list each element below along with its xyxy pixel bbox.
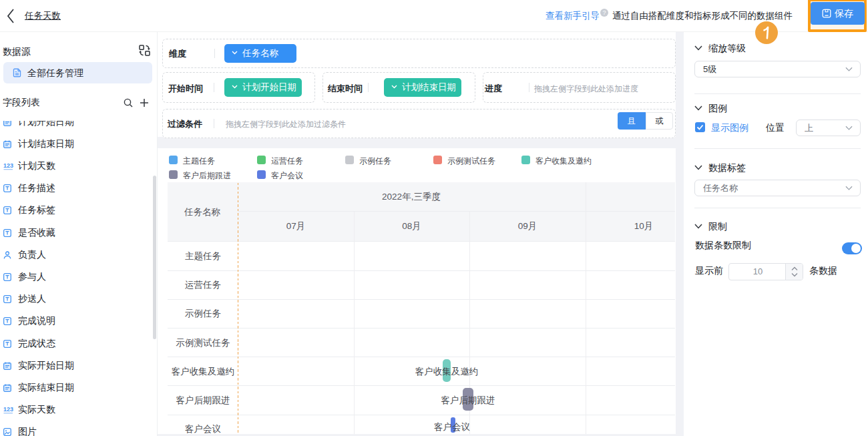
svg-text:123: 123 xyxy=(3,406,13,413)
svg-text:123: 123 xyxy=(3,162,13,169)
